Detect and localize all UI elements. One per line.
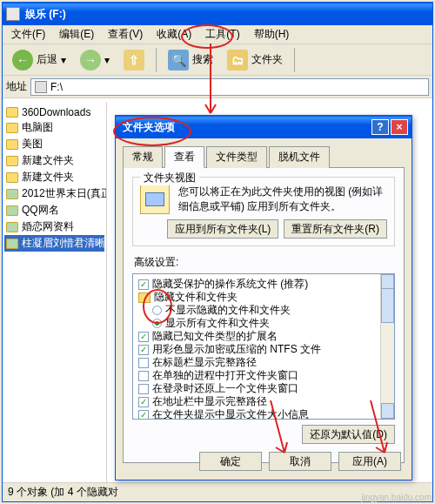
folder-item[interactable]: 婚恋网资料 (4, 218, 104, 235)
menu-file[interactable]: 文件(F) (4, 25, 52, 44)
chevron-down-icon: ▾ (61, 54, 66, 66)
search-button[interactable]: 🔍 搜索 (162, 47, 219, 73)
menu-favorites[interactable]: 收藏(A) (150, 25, 198, 44)
tree-item[interactable]: ✓隐藏已知文件类型的扩展名 (135, 330, 392, 343)
tab-filetypes[interactable]: 文件类型 (206, 146, 267, 168)
tree-item[interactable]: ✓隐藏受保护的操作系统文件 (推荐) (135, 278, 392, 291)
checkbox-icon[interactable]: ✓ (138, 332, 149, 342)
checkbox-icon[interactable]: ✓ (138, 279, 149, 290)
folder-icon (6, 172, 18, 183)
dialog-titlebar: 文件夹选项 ? × (116, 116, 412, 138)
menu-help[interactable]: 帮助(H) (247, 25, 297, 44)
folders-icon: 🗂 (227, 50, 248, 71)
dialog-title: 文件夹选项 (119, 120, 175, 135)
radio-icon[interactable] (152, 306, 162, 315)
dialog-button-row: 确定 取消 应用(A) (199, 452, 401, 471)
watermark: jingyan.baidu.com (361, 493, 432, 502)
menu-view[interactable]: 查看(V) (101, 25, 150, 44)
file-icon (6, 239, 18, 249)
folder-icon (6, 123, 18, 133)
folder-item[interactable]: 2012世界末日(真正720 (4, 185, 104, 202)
scrollbar[interactable] (380, 274, 394, 419)
radio-icon[interactable] (152, 319, 162, 328)
back-icon: ← (12, 50, 33, 71)
reset-all-folders-button[interactable]: 重置所有文件夹(R) (284, 219, 387, 239)
up-folder-icon: ⇧ (124, 50, 144, 71)
advanced-label: 高级设置: (134, 255, 395, 270)
back-button[interactable]: ← 后退 ▾ (6, 47, 72, 73)
tab-general[interactable]: 常规 (123, 146, 163, 168)
tab-panel-view: 文件夹视图 您可以将正在为此文件夹使用的视图 (例如详细信息或平铺) 应用到所有… (123, 167, 405, 463)
file-icon (6, 222, 18, 232)
checkbox-icon[interactable] (138, 358, 149, 368)
group-label: 文件夹视图 (140, 171, 199, 185)
chevron-down-icon: ▾ (104, 54, 110, 66)
checkbox-icon[interactable]: ✓ (138, 397, 149, 407)
addressbar: 地址 F:\ (3, 76, 432, 98)
folder-item[interactable]: 电脑图 (4, 119, 104, 136)
tree-item[interactable]: 显示所有文件和文件夹 (135, 317, 392, 330)
status-text: 9 个对象 (加 4 个隐藏对 (8, 485, 118, 500)
folder-view-icon (140, 185, 170, 214)
folder-item[interactable]: QQ网名 (4, 202, 104, 218)
checkbox-icon[interactable]: ✓ (138, 410, 149, 420)
tree-item[interactable]: 在标题栏显示完整路径 (135, 356, 392, 369)
dialog-system-buttons: ? × (371, 119, 408, 135)
menubar: 文件(F) 编辑(E) 查看(V) 收藏(A) 工具(T) 帮助(H) (3, 25, 432, 44)
folder-tree[interactable]: 360Downloads 电脑图 美图 新建文件夹 新建文件夹 2012世界末日… (3, 102, 107, 482)
apply-all-folders-button[interactable]: 应用到所有文件夹(L) (167, 219, 279, 239)
folder-icon (6, 156, 18, 166)
toolbar-separator (156, 48, 157, 72)
scrollbar-thumb[interactable] (381, 288, 394, 323)
tree-item[interactable]: 不显示隐藏的文件和文件夹 (135, 304, 392, 317)
video-icon (6, 189, 18, 199)
window-title: 娱乐 (F:) (25, 7, 66, 22)
toolbar: ← 后退 ▾ → ▾ ⇧ 🔍 搜索 🗂 文件夹 (3, 44, 432, 76)
folder-item[interactable]: 新建文件夹 (4, 169, 104, 185)
search-label: 搜索 (192, 52, 213, 67)
close-button[interactable]: × (391, 119, 408, 135)
address-path: F:\ (50, 81, 63, 93)
forward-icon: → (80, 50, 101, 71)
menu-edit[interactable]: 编辑(E) (52, 25, 101, 44)
folder-item[interactable]: 360Downloads (4, 105, 104, 119)
tree-item[interactable]: 在登录时还原上一个文件夹窗口 (135, 382, 392, 395)
tree-item[interactable]: 在单独的进程中打开文件夹窗口 (135, 369, 392, 382)
folder-options-dialog: 文件夹选项 ? × 常规 查看 文件类型 脱机文件 文件夹视图 您可以将正在为此… (115, 115, 412, 480)
folder-item[interactable]: 新建文件夹 (4, 152, 104, 169)
search-icon: 🔍 (168, 50, 189, 71)
address-label: 地址 (6, 79, 27, 94)
cancel-button[interactable]: 取消 (269, 452, 331, 471)
file-icon (6, 205, 18, 216)
apply-button[interactable]: 应用(A) (338, 452, 401, 471)
window-titlebar: 娱乐 (F:) (3, 3, 432, 25)
advanced-settings-tree[interactable]: ✓隐藏受保护的操作系统文件 (推荐) 隐藏文件和文件夹 不显示隐藏的文件和文件夹… (132, 273, 395, 420)
tab-offline[interactable]: 脱机文件 (269, 146, 330, 168)
tab-view[interactable]: 查看 (164, 146, 204, 168)
help-button[interactable]: ? (371, 119, 389, 135)
checkbox-icon[interactable] (138, 384, 149, 394)
tree-item[interactable]: ✓用彩色显示加密或压缩的 NTFS 文件 (135, 343, 392, 356)
tab-strip: 常规 查看 文件类型 脱机文件 (123, 146, 405, 168)
toolbar-separator (294, 48, 295, 72)
menu-tools[interactable]: 工具(T) (198, 25, 246, 44)
tree-item[interactable]: 隐藏文件和文件夹 (135, 291, 392, 304)
folder-item[interactable]: 柱凝眉刘惜君清晰版 (4, 235, 104, 252)
drive-icon (6, 7, 20, 21)
folder-item[interactable]: 美图 (4, 136, 104, 152)
ok-button[interactable]: 确定 (199, 452, 262, 471)
folders-button[interactable]: 🗂 文件夹 (221, 47, 289, 73)
up-button[interactable]: ⇧ (117, 47, 151, 73)
folders-label: 文件夹 (251, 52, 283, 67)
tree-item[interactable]: ✓在地址栏中显示完整路径 (135, 395, 392, 408)
address-input[interactable]: F:\ (30, 78, 429, 96)
group-description: 您可以将正在为此文件夹使用的视图 (例如详细信息或平铺) 应用到所有文件夹。 (178, 185, 387, 214)
checkbox-icon[interactable] (138, 371, 149, 381)
back-label: 后退 (37, 52, 57, 67)
checkbox-icon[interactable]: ✓ (138, 345, 149, 355)
forward-button[interactable]: → ▾ (74, 47, 116, 73)
tree-item[interactable]: ✓在文件夹提示中显示文件大小信息 (135, 408, 392, 420)
folder-icon (6, 139, 18, 150)
restore-defaults-button[interactable]: 还原为默认值(D) (302, 425, 395, 444)
drive-icon (35, 81, 47, 93)
